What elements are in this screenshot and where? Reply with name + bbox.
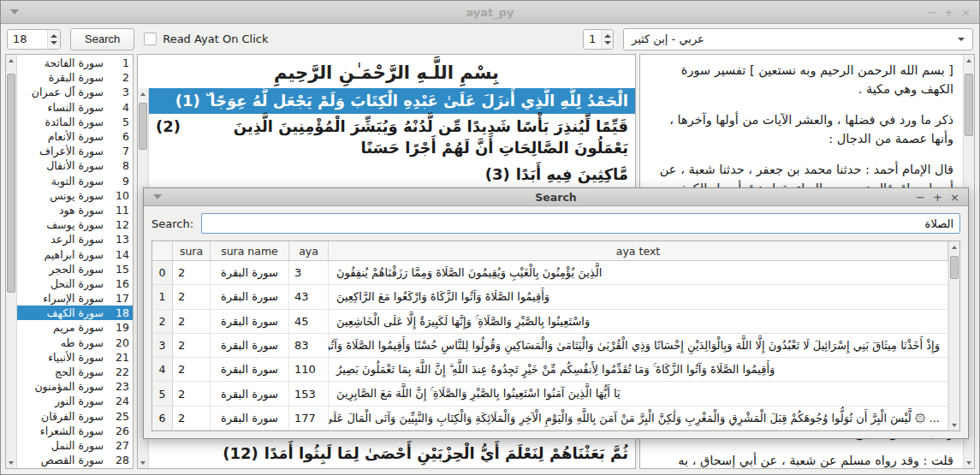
scrollbar-track[interactable] [6, 66, 16, 457]
header-cell-aya[interactable]: aya [289, 241, 329, 260]
aya-number: (3) [485, 163, 510, 185]
sura-list-item[interactable]: سورة التوبة 9 [17, 174, 133, 188]
table-row[interactable]: 0 2 سورة البقرة 3 الَّذِينَ يُؤْمِنُونَ … [152, 261, 948, 285]
cell-sura: 2 [173, 310, 211, 333]
sura-list-item[interactable]: سورة الشعراء 26 [17, 424, 133, 438]
sura-list-item[interactable]: سورة النساء 4 [17, 100, 133, 115]
header-cell-sura[interactable]: sura [173, 241, 211, 260]
spinner-arrows[interactable] [601, 30, 613, 49]
scrollbar-thumb[interactable] [7, 74, 15, 293]
table-row[interactable]: 3 2 سورة البقرة 83 وَإِذْ أَخَذْنَا مِيث… [152, 334, 948, 358]
search-button[interactable]: Search [70, 28, 134, 50]
sura-list-item[interactable]: سورة الأعراف 7 [17, 144, 133, 158]
spinner-down-icon[interactable] [50, 41, 57, 45]
read-ayat-checkbox[interactable] [144, 33, 157, 45]
sura-list-item[interactable]: سورة الأنعام 6 [17, 129, 133, 144]
table-scrollbar[interactable] [948, 241, 959, 430]
table-row[interactable]: 6 2 سورة البقرة 177 ... ۞ لَّيْسَ الْبِر… [152, 407, 948, 430]
sura-list-item[interactable]: سورة الإسراء 17 [17, 291, 133, 306]
close-button[interactable]: × [959, 5, 973, 20]
cell-sura-name: سورة البقرة [211, 310, 289, 333]
sura-list-item[interactable]: سورة يوسف 12 [17, 217, 133, 232]
table-row[interactable]: 1 2 سورة البقرة 43 وَأَقِيمُوا الصَّلَاة… [152, 285, 948, 309]
sura-list-item[interactable]: سورة الأنبياء 21 [17, 350, 133, 365]
dialog-titlebar[interactable]: Search − + × [144, 188, 968, 206]
aya-row[interactable]: (2) قَيِّمًا لِّيُنذِرَ بَأْسًا شَدِيدًا… [149, 114, 635, 161]
sura-list-item[interactable]: سورة طه 20 [17, 335, 133, 350]
maximize-button[interactable]: + [941, 5, 956, 20]
sura-number-value[interactable]: 18 [8, 30, 47, 49]
sura-list-item[interactable]: سورة مريم 19 [17, 320, 133, 335]
spinner-up-icon[interactable] [604, 34, 611, 38]
aya-row[interactable]: (12) ثُمَّ بَعَثْنَاهُمْ لِنَعْلَمَ أَيُ… [149, 441, 635, 466]
sura-name: سورة مريم [53, 321, 104, 334]
search-input[interactable] [201, 213, 960, 234]
table-body: 0 2 سورة البقرة 3 الَّذِينَ يُؤْمِنُونَ … [152, 261, 948, 430]
sura-number-spinner[interactable]: 18 [7, 29, 61, 50]
scroll-down-button[interactable] [138, 457, 148, 468]
sura-list-item[interactable]: سورة المؤمنون 23 [17, 379, 133, 394]
minimize-button[interactable]: − [913, 190, 928, 205]
sura-index: 3 [112, 86, 129, 98]
sura-list-item[interactable]: سورة الفرقان 25 [17, 409, 133, 424]
sura-list-item[interactable]: سورة هود 11 [17, 203, 133, 217]
window-menu-icon[interactable] [153, 194, 162, 199]
sura-index: 23 [112, 380, 129, 393]
sura-list-item[interactable]: سورة النمل 27 [17, 438, 133, 453]
header-cell-sura-name[interactable]: sura name [211, 241, 289, 260]
tafsir-combobox[interactable]: عربي - إبن كثير [623, 28, 973, 50]
search-label: Search: [151, 217, 193, 230]
table-row[interactable]: 5 2 سورة البقرة 153 يَا أَيُّهَا الَّذِي… [152, 382, 948, 406]
scroll-up-button[interactable] [6, 55, 16, 66]
scrollbar-thumb[interactable] [139, 103, 147, 149]
spinner-arrows[interactable] [47, 30, 60, 49]
sura-list-item[interactable]: سورة الحج 22 [17, 365, 133, 379]
sura-list-item[interactable]: سورة النحل 16 [17, 276, 133, 291]
scrollbar-thumb[interactable] [950, 256, 959, 279]
header-cell-corner[interactable] [152, 241, 173, 260]
scrollbar-track[interactable] [949, 252, 959, 419]
header-cell-aya-text[interactable]: aya text [329, 241, 948, 260]
maximize-button[interactable]: + [930, 190, 945, 205]
aya-number-spinner[interactable]: 1 [583, 29, 614, 50]
cell-aya: 153 [289, 382, 329, 405]
scroll-down-button[interactable] [949, 419, 959, 430]
scroll-up-button[interactable] [138, 88, 148, 99]
scroll-down-button[interactable] [6, 457, 16, 468]
sura-name: سورة المائدة [45, 116, 104, 128]
spinner-down-icon[interactable] [604, 41, 611, 45]
close-button[interactable]: × [947, 190, 962, 205]
sura-list-item[interactable]: سورة آل عمران 3 [17, 85, 133, 99]
sura-list-item[interactable]: سورة النور 24 [17, 394, 133, 408]
read-ayat-checkbox-row[interactable]: Read Ayat On Click [144, 33, 268, 45]
scroll-up-icon [952, 246, 957, 249]
sura-list-item[interactable]: سورة البقرة 2 [17, 70, 133, 85]
sura-list-scrollbar[interactable] [6, 55, 17, 468]
table-row[interactable]: 2 2 سورة البقرة 45 وَاسْتَعِينُوا بِالصَ… [152, 310, 948, 334]
sura-index: 15 [112, 263, 129, 276]
sura-list-item[interactable]: سورة الكهف 18 [17, 306, 133, 320]
scroll-up-button[interactable] [949, 241, 959, 252]
cell-aya-text: يَا أَيُّهَا الَّذِينَ آمَنُوا اسْتَعِين… [329, 382, 948, 405]
aya-row[interactable]: (3) مَّاكِثِينَ فِيهِ أَبَدًا [149, 162, 635, 187]
sura-list-item[interactable]: سورة الرعد 13 [17, 232, 133, 246]
window-menu-icon[interactable] [10, 9, 19, 15]
aya-row[interactable]: (1) الْحَمْدُ لِلَّهِ الَّذِي أَنزَلَ عَ… [149, 88, 635, 114]
minimize-button[interactable]: − [924, 5, 939, 20]
scrollbar-thumb[interactable] [965, 74, 973, 136]
table-row[interactable]: 4 2 سورة البقرة 110 وَأَقِيمُوا الصَّلَا… [152, 358, 948, 382]
cell-row-index: 3 [152, 334, 173, 357]
aya-number-value[interactable]: 1 [584, 30, 601, 49]
window-titlebar[interactable]: ayat_py − + × [1, 1, 979, 24]
spinner-up-icon[interactable] [50, 34, 57, 38]
sura-name: سورة المؤمنون [34, 380, 104, 393]
sura-list-item[interactable]: سورة الفاتحة 1 [17, 56, 133, 70]
sura-list-item[interactable]: سورة ابراهيم 14 [17, 246, 133, 261]
sura-list-item[interactable]: سورة يونس 10 [17, 188, 133, 203]
sura-list-item[interactable]: سورة المائدة 5 [17, 115, 133, 129]
scroll-down-button[interactable] [964, 457, 974, 468]
sura-list-item[interactable]: سورة الحجر 15 [17, 262, 133, 276]
sura-list-item[interactable]: سورة القصص 28 [17, 453, 133, 467]
scroll-up-button[interactable] [964, 55, 974, 66]
sura-list-item[interactable]: سورة الأنفال 8 [17, 158, 133, 173]
